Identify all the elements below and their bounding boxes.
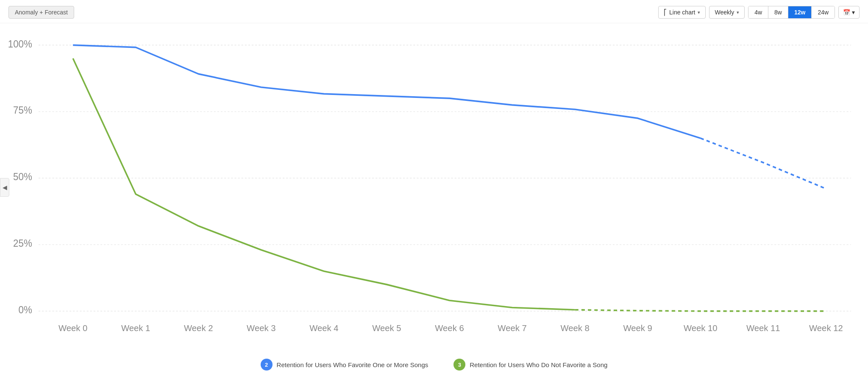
- svg-text:Week 12: Week 12: [809, 323, 843, 333]
- week-24w-button[interactable]: 24w: [812, 6, 835, 18]
- scroll-left-button[interactable]: ◀: [0, 178, 9, 197]
- week-range-buttons: 4w 8w 12w 24w: [748, 6, 835, 19]
- chart-area: ◀ 100% 75% 50% 25% 0% Week 0 Week 1 Week…: [0, 23, 868, 351]
- series1-label: Retention for Users Who Favorite One or …: [277, 361, 428, 368]
- svg-text:Week 11: Week 11: [746, 323, 780, 333]
- svg-text:75%: 75%: [13, 105, 32, 116]
- chart-type-label: Line chart: [669, 9, 695, 16]
- svg-text:Week 0: Week 0: [58, 323, 87, 333]
- chevron-down-icon: ▾: [737, 10, 739, 15]
- svg-text:0%: 0%: [19, 304, 32, 315]
- line-chart-icon: ⎡: [664, 9, 667, 16]
- week-4w-button[interactable]: 4w: [748, 6, 768, 18]
- chevron-down-icon: ▾: [698, 10, 700, 15]
- svg-text:Week 1: Week 1: [121, 323, 150, 333]
- chart-legend: 2 Retention for Users Who Favorite One o…: [0, 351, 868, 379]
- svg-text:Week 8: Week 8: [560, 323, 589, 333]
- series2-label: Retention for Users Who Do Not Favorite …: [470, 361, 607, 368]
- svg-text:Week 2: Week 2: [184, 323, 213, 333]
- legend-item-series2: 3 Retention for Users Who Do Not Favorit…: [453, 359, 607, 371]
- svg-text:Week 9: Week 9: [623, 323, 652, 333]
- retention-chart: 100% 75% 50% 25% 0% Week 0 Week 1 Week 2…: [8, 32, 860, 351]
- calendar-icon: 📅: [843, 9, 850, 16]
- svg-text:100%: 100%: [8, 38, 32, 49]
- svg-text:Week 10: Week 10: [684, 323, 718, 333]
- cal-chevron: ▾: [852, 9, 855, 16]
- legend-item-series1: 2 Retention for Users Who Favorite One o…: [261, 359, 428, 371]
- period-select-button[interactable]: Weekly ▾: [709, 6, 745, 19]
- chart-container: Anomaly + Forecast ⎡ Line chart ▾ Weekly…: [0, 0, 868, 379]
- svg-text:Week 5: Week 5: [372, 323, 401, 333]
- week-8w-button[interactable]: 8w: [768, 6, 788, 18]
- svg-text:25%: 25%: [13, 238, 32, 249]
- toolbar-right: ⎡ Line chart ▾ Weekly ▾ 4w 8w 12w 24w 📅 …: [658, 6, 860, 19]
- week-12w-button[interactable]: 12w: [788, 6, 812, 18]
- calendar-button[interactable]: 📅 ▾: [838, 6, 860, 19]
- toolbar: Anomaly + Forecast ⎡ Line chart ▾ Weekly…: [0, 0, 868, 23]
- svg-text:Week 3: Week 3: [247, 323, 275, 333]
- svg-text:50%: 50%: [13, 171, 32, 182]
- chart-type-button[interactable]: ⎡ Line chart ▾: [658, 6, 706, 19]
- series1-badge: 2: [261, 359, 273, 371]
- anomaly-forecast-button[interactable]: Anomaly + Forecast: [8, 6, 74, 19]
- series2-badge: 3: [453, 359, 465, 371]
- period-label: Weekly: [715, 9, 734, 16]
- svg-text:Week 4: Week 4: [309, 323, 338, 333]
- svg-text:Week 7: Week 7: [498, 323, 526, 333]
- svg-text:Week 6: Week 6: [435, 323, 464, 333]
